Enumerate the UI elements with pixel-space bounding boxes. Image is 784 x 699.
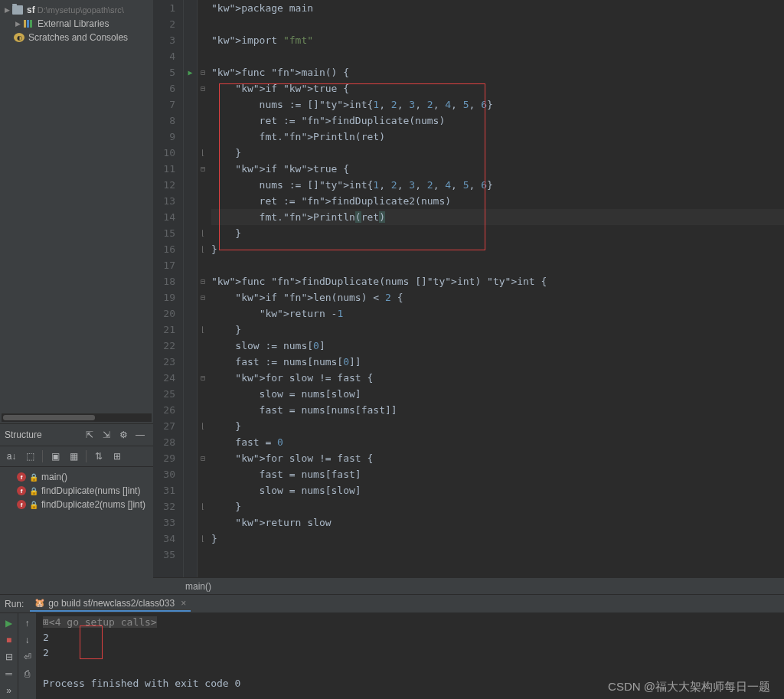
show-methods-icon[interactable]: ▦ xyxy=(66,449,81,464)
collapse-icon[interactable]: ⇲ xyxy=(99,427,114,443)
run-tab-title: go build sf/newclass2/class033 xyxy=(48,598,175,609)
gear-icon[interactable]: ⚙ xyxy=(116,427,131,443)
run-actions: ▶ ■ ⊟ ═ » xyxy=(0,613,18,699)
horizontal-scrollbar[interactable] xyxy=(2,413,152,422)
settings-icon[interactable]: ═ xyxy=(2,667,16,681)
watermark: CSDN @福大大架构师每日一题 xyxy=(608,680,770,694)
run-nav: ↑ ↓ ⏎ ⎙ xyxy=(18,613,37,699)
run-header: Run: 🐹 go build sf/newclass2/class033 × xyxy=(0,595,784,613)
autoscroll-icon[interactable]: ⇅ xyxy=(91,449,106,464)
chevron-right-icon[interactable]: ▶ xyxy=(3,6,11,14)
run-tab[interactable]: 🐹 go build sf/newclass2/class033 × xyxy=(30,596,191,612)
run-body: ▶ ■ ⊟ ═ » ↑ ↓ ⏎ ⎙ ⊞<4 go setup calls>22 … xyxy=(0,613,784,699)
project-tree[interactable]: ▶ sf D:\mysetup\gopath\src\ ▶ External L… xyxy=(0,0,153,413)
code-content[interactable]: "kw">package main"kw">import "fmt""kw">f… xyxy=(208,0,784,577)
svg-rect-2 xyxy=(30,20,32,28)
run-panel: Run: 🐹 go build sf/newclass2/class033 × … xyxy=(0,594,784,699)
up-icon[interactable]: ↑ xyxy=(21,616,34,630)
structure-item-findduplicate2[interactable]: f 🔒 findDuplicate2(nums []int) xyxy=(2,498,152,511)
library-icon xyxy=(23,19,34,28)
run-gutter[interactable]: ▶ xyxy=(184,0,198,577)
lock-icon: 🔒 xyxy=(29,501,38,509)
editor-area: 1234567891011121314151617181920212223242… xyxy=(153,0,784,594)
scratches-icon: ◐ xyxy=(14,33,24,42)
down-icon[interactable]: ↓ xyxy=(21,633,34,647)
structure-item-main[interactable]: f 🔒 main() xyxy=(2,470,152,484)
project-name: sf xyxy=(27,5,35,15)
minimize-icon[interactable]: — xyxy=(132,427,148,443)
structure-title: Structure xyxy=(5,430,81,440)
sort-alpha-icon[interactable]: a↓ xyxy=(4,449,19,464)
breadcrumb[interactable]: main() xyxy=(153,577,784,594)
structure-header: Structure ⇱ ⇲ ⚙ — xyxy=(0,424,153,446)
run-label: Run: xyxy=(5,599,24,609)
expand-all-icon[interactable]: ⊞ xyxy=(109,449,125,464)
svg-rect-1 xyxy=(27,20,29,28)
tree-label: External Libraries xyxy=(38,18,109,29)
structure-item-label: findDuplicate(nums []int) xyxy=(41,485,140,496)
stop-icon[interactable]: ■ xyxy=(2,633,16,647)
structure-panel: Structure ⇱ ⇲ ⚙ — a↓ ⬚ ▣ ▦ ⇅ ⊞ f 🔒 xyxy=(0,423,153,514)
structure-toolbar: a↓ ⬚ ▣ ▦ ⇅ ⊞ xyxy=(0,446,153,467)
fold-gutter[interactable]: ⊟⊟⌊⊟⌊⌊⊟⊟⌊⊟⌊⊟⌊⌊ xyxy=(198,0,208,577)
project-path: D:\mysetup\gopath\src\ xyxy=(35,5,124,15)
lock-icon: 🔒 xyxy=(29,487,38,495)
breadcrumb-label: main() xyxy=(185,581,211,592)
lock-icon: 🔒 xyxy=(29,473,38,482)
folder-icon xyxy=(12,5,23,15)
line-gutter[interactable]: 1234567891011121314151617181920212223242… xyxy=(153,0,184,577)
left-panel: ▶ sf D:\mysetup\gopath\src\ ▶ External L… xyxy=(0,0,153,594)
code-editor[interactable]: 1234567891011121314151617181920212223242… xyxy=(153,0,784,577)
print-icon[interactable]: ⎙ xyxy=(21,667,34,681)
chevron-right-icon[interactable]: ▶ xyxy=(14,20,21,28)
go-icon: 🐹 xyxy=(34,598,45,608)
close-icon[interactable]: × xyxy=(181,598,186,609)
function-icon: f xyxy=(17,486,26,495)
structure-list[interactable]: f 🔒 main() f 🔒 findDuplicate(nums []int)… xyxy=(0,467,153,514)
rerun-icon[interactable]: ▶ xyxy=(2,616,16,630)
more-icon[interactable]: » xyxy=(2,684,16,697)
layout-icon[interactable]: ⊟ xyxy=(2,650,16,664)
tree-label: Scratches and Consoles xyxy=(28,32,128,43)
highlight-box xyxy=(80,626,103,659)
structure-item-findduplicate[interactable]: f 🔒 findDuplicate(nums []int) xyxy=(2,484,152,498)
tree-root[interactable]: ▶ sf D:\mysetup\gopath\src\ xyxy=(0,3,153,17)
structure-item-label: findDuplicate2(nums []int) xyxy=(41,499,145,510)
tree-item-scratches[interactable]: ◐ Scratches and Consoles xyxy=(0,31,153,44)
main-area: ▶ sf D:\mysetup\gopath\src\ ▶ External L… xyxy=(0,0,784,594)
svg-rect-0 xyxy=(24,20,26,28)
function-icon: f xyxy=(17,472,26,482)
function-icon: f xyxy=(17,500,26,509)
wrap-icon[interactable]: ⏎ xyxy=(21,650,34,664)
expand-icon[interactable]: ⇱ xyxy=(82,427,97,443)
tree-item-external-libraries[interactable]: ▶ External Libraries xyxy=(0,17,153,31)
sort-visibility-icon[interactable]: ⬚ xyxy=(22,449,38,464)
structure-item-label: main() xyxy=(41,472,67,482)
show-fields-icon[interactable]: ▣ xyxy=(47,449,63,464)
